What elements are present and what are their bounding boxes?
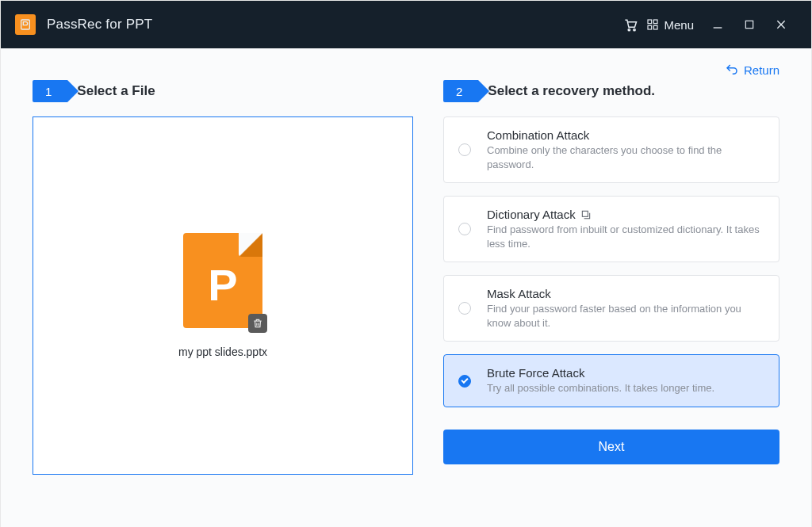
minimize-button[interactable] bbox=[702, 9, 733, 40]
svg-rect-6 bbox=[654, 25, 658, 29]
step2-badge: 2 bbox=[443, 80, 478, 102]
method-card-brute-force-attack[interactable]: Brute Force AttackTry all possible combi… bbox=[443, 354, 779, 407]
method-card-combination-attack[interactable]: Combination AttackCombine only the chara… bbox=[443, 116, 779, 183]
method-card-dictionary-attack[interactable]: Dictionary AttackFind password from inbu… bbox=[443, 196, 779, 262]
method-title: Combination Attack bbox=[487, 128, 764, 142]
method-desc: Try all possible combinations. It takes … bbox=[487, 381, 764, 395]
method-radio[interactable] bbox=[458, 223, 471, 235]
svg-rect-5 bbox=[648, 25, 652, 29]
method-radio[interactable] bbox=[458, 143, 471, 156]
return-link[interactable]: Return bbox=[725, 63, 779, 77]
svg-rect-4 bbox=[654, 20, 658, 24]
content: Return 1 Select a File P bbox=[1, 48, 811, 527]
app-shell: PassRec for PPT Menu bbox=[0, 0, 812, 527]
method-title: Brute Force Attack bbox=[487, 366, 764, 380]
titlebar: PassRec for PPT Menu bbox=[1, 1, 811, 48]
return-label: Return bbox=[744, 63, 779, 77]
method-title: Dictionary Attack bbox=[487, 208, 764, 221]
step1-panel: 1 Select a File P my ppt slides.pptx bbox=[33, 80, 413, 475]
step1-badge: 1 bbox=[33, 80, 67, 102]
svg-point-1 bbox=[629, 29, 630, 31]
file-dropzone[interactable]: P my ppt slides.pptx bbox=[33, 116, 413, 475]
methods-list: Combination AttackCombine only the chara… bbox=[443, 116, 779, 407]
next-button[interactable]: Next bbox=[443, 430, 779, 464]
copy-icon bbox=[580, 209, 592, 220]
method-desc: Find password from inbuilt or customized… bbox=[487, 223, 764, 250]
step2-panel: 2 Select a recovery method. Combination … bbox=[443, 80, 779, 475]
method-radio[interactable] bbox=[458, 375, 471, 388]
method-desc: Combine only the characters you choose t… bbox=[487, 143, 764, 171]
selected-file-name: my ppt slides.pptx bbox=[178, 346, 267, 358]
remove-file-button[interactable] bbox=[248, 314, 267, 333]
svg-rect-3 bbox=[648, 20, 652, 24]
app-logo-icon bbox=[15, 14, 36, 35]
maximize-button[interactable] bbox=[733, 9, 765, 40]
svg-point-2 bbox=[634, 29, 635, 31]
method-title: Mask Attack bbox=[487, 287, 764, 300]
svg-rect-8 bbox=[745, 21, 753, 28]
menu-label: Menu bbox=[664, 18, 694, 32]
method-desc: Find your password faster based on the i… bbox=[487, 302, 764, 330]
file-icon-wrap: P bbox=[183, 233, 262, 328]
menu-button[interactable]: Menu bbox=[646, 18, 694, 32]
app-title: PassRec for PPT bbox=[47, 17, 152, 32]
cart-icon[interactable] bbox=[615, 9, 646, 40]
method-card-mask-attack[interactable]: Mask AttackFind your password faster bas… bbox=[443, 275, 779, 342]
step2-title: Select a recovery method. bbox=[488, 83, 655, 99]
close-button[interactable] bbox=[765, 9, 797, 40]
method-radio[interactable] bbox=[458, 302, 471, 315]
step1-title: Select a File bbox=[77, 83, 155, 99]
svg-rect-13 bbox=[582, 211, 588, 216]
